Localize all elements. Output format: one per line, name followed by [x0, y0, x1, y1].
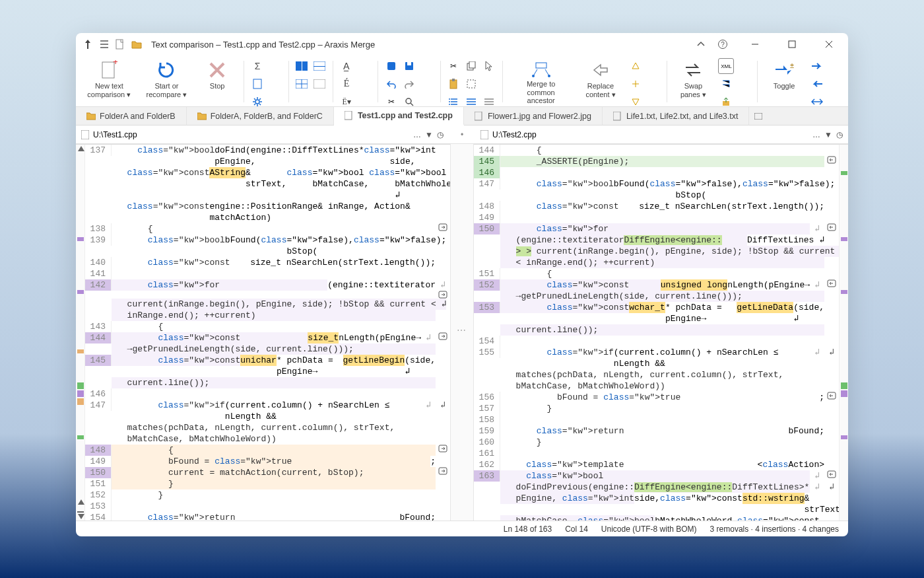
code-line[interactable]: 142 class="kw">for (engine::textiterator…	[85, 279, 450, 299]
paste-icon[interactable]	[446, 76, 461, 92]
code-line[interactable]: (engine::textiteratorDiffEngine<engine::…	[474, 235, 839, 246]
code-line[interactable]: 150 current = matchAction(current, bStop…	[85, 467, 450, 478]
code-line[interactable]: class="kw">const engine::PositionRange& …	[85, 201, 450, 223]
code-line[interactable]: 146	[474, 167, 839, 178]
redo-icon[interactable]	[401, 76, 417, 92]
code-line[interactable]: 147 class="kw">bool bFound(class="kw">fa…	[474, 178, 839, 201]
merge-arrow-icon[interactable]: ↲	[824, 482, 839, 493]
code-line[interactable]: 148 class="kw">const size_t nSearchLen(s…	[474, 201, 839, 212]
code-line[interactable]: 154	[474, 336, 839, 347]
code-line[interactable]: 162 class="kw">template<class Action>	[474, 459, 839, 470]
arrow-left-blue-icon[interactable]	[809, 76, 825, 92]
code-line[interactable]: 145 class="kw">const unichar* pchData = …	[85, 355, 450, 377]
code-editor-left[interactable]: 137 class="kw">bool doFind(engine::DiffT…	[85, 145, 450, 521]
nav-up-icon[interactable]	[78, 499, 84, 505]
merge-arrow-icon[interactable]	[824, 392, 839, 400]
code-line[interactable]: 161	[474, 448, 839, 459]
nav-down-icon[interactable]	[78, 514, 84, 519]
tab-life1-txt-life2-txt-and-life3-txt[interactable]: Life1.txt, Life2.txt, and Life3.txt	[603, 107, 750, 125]
code-line[interactable]: 150 class="kw">for↲	[474, 223, 839, 235]
code-editor-right[interactable]: 144 {145 _ASSERTE(pEngine);146147 class=…	[474, 145, 839, 521]
split-vertical-icon[interactable]	[312, 58, 327, 74]
code-line[interactable]: < inRange.end(); ++current)	[474, 257, 839, 268]
save-icon[interactable]	[401, 58, 417, 74]
code-line[interactable]: 144 {	[474, 145, 839, 156]
code-line[interactable]: 154 class="kw">return bFound;	[85, 512, 450, 521]
recompare-button[interactable]: Start or recompare ▾	[141, 57, 193, 106]
code-line[interactable]: 146	[85, 388, 450, 400]
history-icon[interactable]: ◷	[836, 130, 843, 139]
new-file-icon[interactable]	[116, 39, 125, 50]
code-line[interactable]: 152 class="kw">const unsigned long nLeng…	[474, 279, 839, 291]
undo-icon[interactable]	[383, 76, 399, 92]
merge-arrow-icon[interactable]	[824, 223, 839, 231]
code-line[interactable]: 151 }	[85, 478, 450, 489]
code-line[interactable]: 160 }	[474, 437, 839, 448]
overview-ruler-right[interactable]	[839, 145, 848, 521]
copy-icon[interactable]	[463, 58, 479, 74]
code-line[interactable]: 139 class="kw">bool bFound(class="kw">fa…	[85, 235, 450, 257]
history-icon[interactable]: ◷	[437, 130, 444, 139]
code-line[interactable]: 163 class="kw">bool↲	[474, 470, 839, 482]
merge-arrow-icon[interactable]: ↲	[436, 400, 450, 411]
toggle-button[interactable]: ± Toggle	[763, 57, 805, 106]
code-line[interactable]: 138 {	[85, 223, 450, 235]
dropdown-icon[interactable]: ▼	[824, 130, 832, 139]
code-line[interactable]: doFindPrevious(engine::DiffEngine<engine…	[474, 482, 839, 493]
overview-ruler-left[interactable]	[76, 145, 85, 521]
merge-arrow-icon[interactable]	[824, 156, 839, 164]
hamburger-icon[interactable]	[100, 40, 109, 49]
code-line[interactable]: 149 bFound = class="kw">true;	[85, 456, 450, 467]
sigma-icon[interactable]: Σ	[249, 58, 265, 74]
merge-ancestor-button[interactable]: Merge to common ancestor	[508, 57, 574, 106]
tab-test1-cpp-and-test2-cpp[interactable]: Test1.cpp and Test2.cpp	[334, 107, 464, 126]
code-line[interactable]: 149	[474, 212, 839, 223]
code-line[interactable]: 152 }	[85, 489, 450, 501]
help-icon[interactable]: ?	[717, 39, 728, 50]
code-line[interactable]: bMatchCase, bMatchWholeWord))	[85, 433, 450, 445]
code-line[interactable]: 143 {	[85, 321, 450, 332]
code-line[interactable]: 148 {	[85, 445, 450, 456]
code-line[interactable]: current.line());	[474, 324, 839, 336]
page-icon[interactable]	[249, 76, 265, 92]
ellipsis-icon[interactable]: …	[812, 130, 820, 139]
tab-foldera-and-folderb[interactable]: FolderA and FolderB	[76, 107, 187, 125]
warning-up-icon[interactable]	[628, 58, 644, 74]
merge-arrow-icon[interactable]	[824, 279, 839, 287]
merge-arrow-icon[interactable]	[436, 467, 450, 475]
code-line[interactable]: 153 class="kw">const wchar_t* pchData = …	[474, 302, 839, 324]
code-line[interactable]: > > current(inRange.begin(), pEngine, si…	[474, 246, 839, 257]
code-line[interactable]: 156 bFound = class="kw">true;	[474, 392, 839, 403]
merge-arrow-icon[interactable]	[436, 291, 450, 299]
pointer-icon[interactable]	[481, 58, 497, 74]
grid-icon[interactable]	[294, 76, 310, 92]
book-icon[interactable]	[383, 58, 399, 74]
xml-icon[interactable]: XML	[718, 58, 734, 74]
code-line[interactable]: inRange.end(); ++current)	[85, 310, 450, 321]
code-line[interactable]: bMatchCase, bMatchWholeWord))	[474, 380, 839, 392]
arrow-right-blue-icon[interactable]	[809, 58, 825, 74]
minimize-button[interactable]	[740, 34, 770, 54]
code-line[interactable]: 145 _ASSERTE(pEngine);	[474, 156, 839, 167]
code-line[interactable]: 140 class="kw">const size_t nSearchLen(s…	[85, 257, 450, 268]
scroll-up-icon[interactable]	[78, 146, 84, 151]
split-horizontal-icon[interactable]	[294, 58, 310, 74]
code-line[interactable]: 141	[85, 268, 450, 279]
nav-mid-icon[interactable]	[628, 76, 644, 92]
code-line[interactable]: current(inRange.begin(), pEngine, side);…	[85, 299, 450, 310]
code-line[interactable]: 144 class="kw">const size_t nLength(pEng…	[85, 332, 450, 343]
chevron-up-icon[interactable]	[696, 40, 706, 49]
code-line[interactable]: current.line());	[85, 377, 450, 388]
code-line[interactable]: →getPrunedLineLength(side, current.line(…	[474, 291, 839, 302]
font-icon[interactable]: A̲	[339, 58, 354, 74]
accent-icon[interactable]: É	[339, 76, 354, 92]
scissors-icon[interactable]: ✂	[446, 58, 461, 74]
code-line[interactable]: 137 class="kw">bool doFind(engine::DiffT…	[85, 145, 450, 167]
merge-arrow-icon[interactable]	[436, 332, 450, 340]
code-line[interactable]: 159 class="kw">return bFound;	[474, 425, 839, 437]
close-button[interactable]	[814, 34, 844, 54]
code-line[interactable]: 157 }	[474, 403, 839, 414]
format-icon[interactable]	[718, 76, 734, 92]
swap-panes-button[interactable]: Swap panes ▾	[672, 57, 714, 106]
tab-flower1-jpg-and-flower2-jpg[interactable]: Flower1.jpg and Flower2.jpg	[464, 107, 603, 125]
